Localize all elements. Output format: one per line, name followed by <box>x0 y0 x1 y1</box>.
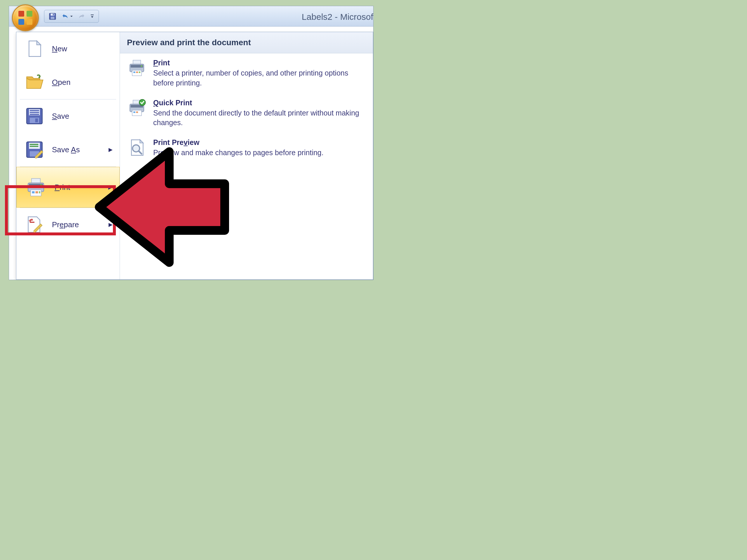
qat-customize-button[interactable] <box>89 12 95 21</box>
svg-point-20 <box>40 184 42 186</box>
printer-icon <box>25 177 46 198</box>
svg-rect-17 <box>31 179 40 183</box>
open-folder-icon <box>25 73 44 91</box>
svg-rect-30 <box>133 72 135 73</box>
office-menu: New Open <box>16 32 373 280</box>
svg-rect-8 <box>30 112 39 113</box>
window-title: Labels2 - Microsof <box>302 12 373 22</box>
menu-left-panel: New Open <box>16 32 120 279</box>
menu-label: Print <box>55 183 70 192</box>
menu-item-save[interactable]: Save <box>16 100 120 133</box>
option-description: Preview and make changes to pages before… <box>153 148 366 158</box>
option-quick-print[interactable]: Quick Print Send the document directly t… <box>120 93 373 133</box>
svg-rect-24 <box>39 191 41 194</box>
svg-point-41 <box>133 145 139 151</box>
new-document-icon <box>25 39 44 58</box>
svg-rect-25 <box>133 60 141 64</box>
svg-rect-2 <box>51 17 55 19</box>
svg-rect-4 <box>91 15 94 15</box>
menu-right-panel: Preview and print the document Print Sel… <box>120 32 373 279</box>
svg-rect-22 <box>32 191 35 194</box>
option-description: Send the document directly to the defaul… <box>153 108 366 128</box>
menu-item-print[interactable]: Print ▶ <box>16 167 120 208</box>
submenu-arrow-icon: ▶ <box>108 184 112 190</box>
submenu-arrow-icon: ▶ <box>108 221 113 228</box>
qat-redo-button[interactable] <box>77 12 86 21</box>
quick-access-toolbar <box>44 10 99 23</box>
quick-print-icon <box>126 99 147 117</box>
save-disk-icon <box>25 107 44 126</box>
option-title: Print <box>153 59 366 67</box>
svg-rect-1 <box>51 14 55 16</box>
menu-item-new[interactable]: New <box>16 32 120 65</box>
customize-icon <box>91 14 94 19</box>
app-window: Labels2 - Microsof New Open <box>9 6 374 280</box>
svg-rect-38 <box>136 111 138 113</box>
submenu-arrow-icon: ▶ <box>108 146 113 153</box>
svg-rect-11 <box>35 118 38 122</box>
svg-rect-32 <box>139 72 140 73</box>
svg-rect-37 <box>133 111 135 113</box>
dropdown-icon <box>70 15 73 18</box>
option-print[interactable]: Print Select a printer, number of copies… <box>120 53 373 93</box>
qat-save-button[interactable] <box>48 12 57 21</box>
menu-label: Open <box>52 78 71 87</box>
prepare-document-icon <box>25 215 44 234</box>
svg-rect-23 <box>35 191 38 194</box>
option-title: Quick Print <box>153 99 366 107</box>
save-as-icon <box>25 140 44 159</box>
svg-rect-9 <box>30 114 39 115</box>
svg-rect-14 <box>30 144 38 145</box>
qat-undo-button[interactable] <box>60 12 74 21</box>
menu-item-open[interactable]: Open <box>16 65 120 99</box>
office-button[interactable] <box>12 4 39 31</box>
menu-label: Save <box>52 112 69 121</box>
svg-rect-7 <box>30 110 39 111</box>
menu-label: Save As <box>52 145 80 154</box>
option-description: Select a printer, number of copies, and … <box>153 68 366 88</box>
svg-rect-3 <box>53 14 54 15</box>
svg-rect-15 <box>30 146 38 147</box>
save-icon <box>49 12 56 20</box>
option-title: Print Preview <box>153 138 366 147</box>
svg-point-28 <box>140 65 142 67</box>
office-logo-icon <box>18 11 32 25</box>
menu-label: Prepare <box>52 220 79 229</box>
option-print-preview[interactable]: Print Preview Preview and make changes t… <box>120 133 373 163</box>
printer-icon <box>126 59 147 77</box>
right-panel-header: Preview and print the document <box>120 32 373 53</box>
redo-icon <box>78 12 85 20</box>
menu-item-save-as[interactable]: Save As ▶ <box>16 133 120 166</box>
titlebar: Labels2 - Microsof <box>9 6 373 27</box>
svg-rect-31 <box>136 72 138 73</box>
undo-icon <box>61 12 69 20</box>
menu-item-prepare[interactable]: Prepare ▶ <box>16 208 120 241</box>
menu-label: New <box>52 44 67 53</box>
print-preview-icon <box>126 138 147 157</box>
